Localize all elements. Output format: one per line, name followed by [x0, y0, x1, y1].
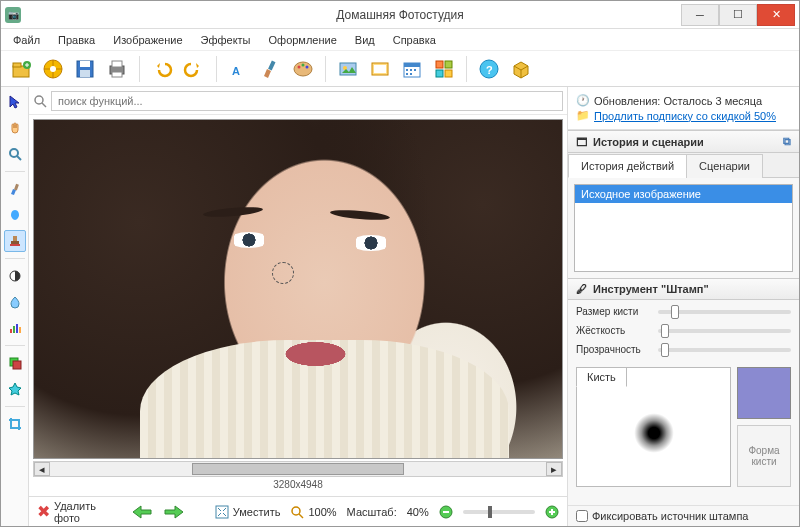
hand-tool[interactable]: [4, 117, 26, 139]
svg-rect-35: [445, 70, 452, 77]
fix-source-checkbox[interactable]: Фиксировать источник штампа: [568, 505, 799, 526]
photo-image: [34, 120, 562, 458]
brush-tab[interactable]: Кисть: [576, 367, 627, 387]
svg-rect-10: [80, 61, 90, 67]
svg-rect-47: [16, 324, 18, 333]
svg-rect-13: [112, 61, 122, 67]
search-input[interactable]: [51, 91, 563, 111]
text-icon[interactable]: A: [225, 55, 253, 83]
svg-rect-45: [10, 329, 12, 333]
tab-history[interactable]: История действий: [568, 154, 687, 178]
save-icon[interactable]: [71, 55, 99, 83]
horizontal-scrollbar[interactable]: ◂ ▸: [33, 461, 563, 477]
smudge-tool[interactable]: [4, 204, 26, 226]
zoom-slider[interactable]: [463, 510, 535, 514]
scroll-right-icon[interactable]: ▸: [546, 462, 562, 476]
print-icon[interactable]: [103, 55, 131, 83]
collapse-icon[interactable]: ⧉: [783, 135, 791, 148]
svg-rect-14: [112, 72, 122, 77]
menu-effects[interactable]: Эффекты: [193, 32, 259, 48]
opacity-slider[interactable]: [658, 348, 791, 352]
window-title: Домашняя Фотостудия: [1, 8, 799, 22]
svg-rect-33: [445, 61, 452, 68]
brush-preview: Кисть: [576, 367, 731, 487]
brush-cursor: [272, 262, 294, 284]
stamp-tool[interactable]: [4, 230, 26, 252]
history-panel-title: История и сценарии: [593, 136, 704, 148]
palette-icon[interactable]: [289, 55, 317, 83]
undo-icon[interactable]: [148, 55, 176, 83]
gallery-icon[interactable]: [366, 55, 394, 83]
menu-file[interactable]: Файл: [5, 32, 48, 48]
pointer-tool[interactable]: [4, 91, 26, 113]
menu-help[interactable]: Справка: [385, 32, 444, 48]
menu-view[interactable]: Вид: [347, 32, 383, 48]
canvas[interactable]: [33, 119, 563, 459]
clock-icon: 🕐: [576, 94, 590, 107]
maximize-button[interactable]: ☐: [719, 4, 757, 26]
tool-panel-header: 🖋 Инструмент "Штамп": [568, 278, 799, 300]
collage-icon[interactable]: [430, 55, 458, 83]
catalog-icon[interactable]: [39, 55, 67, 83]
blur-tool[interactable]: [4, 291, 26, 313]
next-button[interactable]: [163, 504, 185, 520]
svg-rect-40: [14, 184, 19, 191]
fix-source-input[interactable]: [576, 510, 588, 522]
tool-panel-body: Размер кисти Жёсткость Прозрачность Кист…: [568, 300, 799, 505]
redo-icon[interactable]: [180, 55, 208, 83]
box-icon[interactable]: [507, 55, 535, 83]
extend-link[interactable]: Продлить подписку со скидкой 50%: [594, 110, 776, 122]
brush-icon[interactable]: [257, 55, 285, 83]
zoom-tool[interactable]: [4, 143, 26, 165]
brush-shape-button[interactable]: Форма кисти: [737, 425, 791, 487]
hardness-slider[interactable]: [658, 329, 791, 333]
close-button[interactable]: ✕: [757, 4, 795, 26]
scroll-thumb[interactable]: [192, 463, 403, 475]
tool-panel-title: Инструмент "Штамп": [593, 283, 709, 295]
brush-size-label: Размер кисти: [576, 306, 652, 317]
scroll-left-icon[interactable]: ◂: [34, 462, 50, 476]
delete-photo-button[interactable]: ✖Удалить фото: [37, 500, 101, 524]
zoom-in-button[interactable]: [545, 505, 559, 519]
svg-rect-28: [410, 69, 412, 71]
zoom-out-button[interactable]: [439, 505, 453, 519]
svg-rect-21: [340, 63, 356, 75]
svg-rect-26: [404, 63, 420, 67]
svg-rect-16: [268, 60, 275, 70]
brush-size-slider[interactable]: [658, 310, 791, 314]
svg-rect-42: [11, 241, 19, 244]
frame-icon[interactable]: [334, 55, 362, 83]
right-panel: 🕐Обновления: Осталось 3 месяца 📁Продлить…: [567, 87, 799, 526]
calendar-icon[interactable]: [398, 55, 426, 83]
history-item[interactable]: Исходное изображение: [575, 185, 792, 203]
history-list[interactable]: Исходное изображение: [574, 184, 793, 272]
svg-rect-41: [13, 236, 17, 241]
svg-rect-43: [10, 244, 20, 246]
minimize-button[interactable]: ─: [681, 4, 719, 26]
brush-color[interactable]: [737, 367, 791, 419]
menubar: Файл Правка Изображение Эффекты Оформлен…: [1, 29, 799, 51]
help-icon[interactable]: ?: [475, 55, 503, 83]
zoom-100-button[interactable]: 100%: [290, 505, 336, 519]
levels-tool[interactable]: [4, 317, 26, 339]
bottom-bar: ✖Удалить фото Уместить 100% Масштаб: 40%: [29, 496, 567, 526]
svg-point-20: [306, 65, 309, 68]
effects-tool[interactable]: [4, 378, 26, 400]
svg-point-38: [10, 149, 18, 157]
svg-line-52: [42, 103, 46, 107]
brush-tool[interactable]: [4, 178, 26, 200]
menu-image[interactable]: Изображение: [105, 32, 190, 48]
menu-edit[interactable]: Правка: [50, 32, 103, 48]
svg-rect-50: [13, 361, 21, 369]
canvas-dimensions: 3280x4948: [33, 477, 563, 492]
tab-scenarios[interactable]: Сценарии: [686, 154, 763, 178]
prev-button[interactable]: [131, 504, 153, 520]
layers-tool[interactable]: [4, 352, 26, 374]
menu-decoration[interactable]: Оформление: [261, 32, 345, 48]
svg-rect-1: [13, 63, 21, 67]
open-icon[interactable]: [7, 55, 35, 83]
fit-button[interactable]: Уместить: [215, 505, 281, 519]
svg-rect-31: [410, 73, 412, 75]
contrast-tool[interactable]: [4, 265, 26, 287]
crop-tool[interactable]: [4, 413, 26, 435]
